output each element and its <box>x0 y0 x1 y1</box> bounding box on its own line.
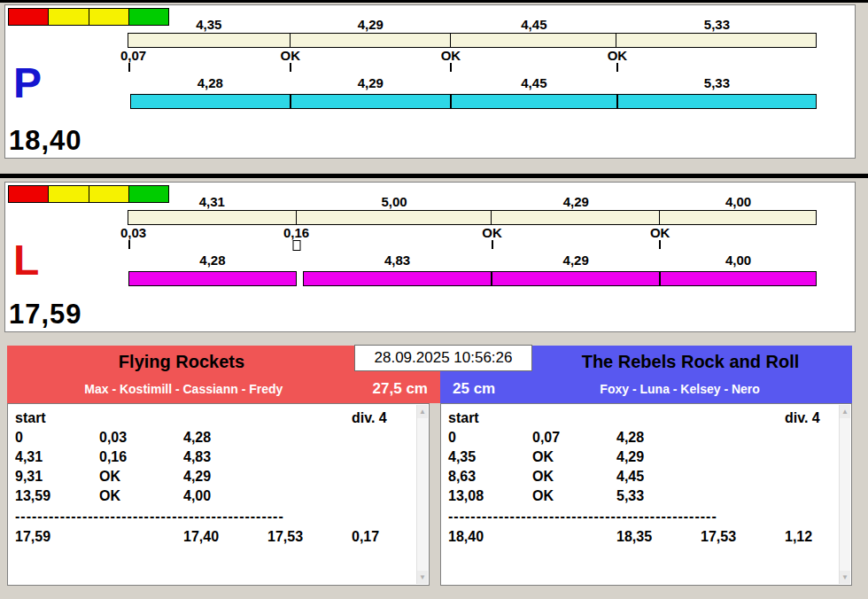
net-bar-segment <box>128 271 296 286</box>
crossing-cell: OK <box>532 467 616 486</box>
empty-cell <box>701 428 785 447</box>
net-bar-segment <box>303 271 492 286</box>
net-time-bar <box>128 271 817 286</box>
scroll-down-icon[interactable]: ▼ <box>417 571 428 584</box>
start-light-cell <box>49 9 89 25</box>
net-total-cell: 17,40 <box>183 527 267 547</box>
empty-cell <box>785 447 835 467</box>
table-row: startdiv. 4 <box>15 408 413 428</box>
crossing-label: OK <box>608 48 628 63</box>
fault-marker <box>292 240 300 251</box>
tick-mark <box>616 63 618 72</box>
team-subheader-left: Max - Kostimill - Cassiann - Fredy 27,5 … <box>7 376 440 402</box>
tick-mark <box>450 63 452 72</box>
net-split-value: 4,29 <box>492 253 660 268</box>
table-row: startdiv. 4 <box>448 408 835 428</box>
results-panel-left: startdiv. 400,034,284,310,164,839,31OK4,… <box>7 403 430 586</box>
split-time-cell: 4,29 <box>616 447 701 467</box>
net-total-cell: 18,35 <box>616 527 701 547</box>
cumulative-time-cell: 0 <box>448 428 532 447</box>
table-row: 00,034,28 <box>15 428 413 447</box>
empty-cell <box>352 447 413 467</box>
crossing-label: OK <box>482 225 502 240</box>
empty-cell <box>267 486 352 506</box>
gross-split-value: 4,45 <box>451 17 617 33</box>
split-time-cell: 4,83 <box>183 447 267 467</box>
crossing-label: 0,03 <box>120 225 146 240</box>
table-row: 8,63OK4,45 <box>448 467 835 486</box>
empty-cell <box>785 467 835 486</box>
crossing-label: OK <box>441 48 461 63</box>
crossing-label: OK <box>280 48 300 63</box>
split-time-cell: 5,33 <box>616 486 701 506</box>
net-split-values-row: 4,284,294,455,33 <box>128 75 817 91</box>
gross-split-value: 4,31 <box>128 194 297 210</box>
empty-cell <box>99 408 183 428</box>
scroll-down-icon[interactable]: ▼ <box>840 571 850 584</box>
total-time-cell: 17,59 <box>15 527 99 547</box>
gross-time-bar <box>128 210 817 225</box>
empty-cell <box>532 527 616 547</box>
gross-split-value: 4,00 <box>660 194 817 210</box>
gross-bar-segment <box>616 34 816 47</box>
separator-line: ----------------------------------------… <box>15 506 413 527</box>
division-label: div. 4 <box>352 408 413 428</box>
vertical-scrollbar[interactable]: ▲ ▼ <box>416 405 428 584</box>
net-bar-segment <box>291 94 451 109</box>
scroll-up-icon[interactable]: ▲ <box>417 405 428 418</box>
net-split-value: 4,83 <box>303 253 492 268</box>
start-label: start <box>448 408 532 428</box>
gross-split-value: 5,00 <box>297 194 492 210</box>
empty-cell <box>267 408 352 428</box>
difference-cell: 1,12 <box>785 527 835 547</box>
vertical-scrollbar[interactable]: ▲ ▼ <box>839 405 850 584</box>
crossing-label: OK <box>650 225 670 240</box>
lane-divider <box>0 174 868 178</box>
lane-total-time: 17,59 <box>9 300 82 328</box>
reference-time-cell: 17,53 <box>267 527 352 547</box>
empty-cell <box>701 408 785 428</box>
empty-cell <box>532 408 616 428</box>
cumulative-time-cell: 4,35 <box>448 447 532 467</box>
net-bar-segment <box>451 94 617 109</box>
start-light-cell <box>9 186 49 202</box>
gross-bar-segment <box>291 34 451 47</box>
empty-cell <box>785 486 835 506</box>
gross-bar-segment <box>660 211 816 224</box>
jump-height-left: 27,5 cm <box>360 380 440 398</box>
table-row: 13,59OK4,00 <box>15 486 413 506</box>
tick-marks-row <box>128 63 817 75</box>
window-top-border <box>0 0 868 3</box>
empty-cell <box>267 447 352 467</box>
crossing-cell: OK <box>532 447 616 467</box>
empty-cell <box>267 428 352 447</box>
net-bar-segment <box>130 94 291 109</box>
table-row: 00,074,28 <box>448 428 835 447</box>
table-row: 4,310,164,83 <box>15 447 413 467</box>
results-table-right: startdiv. 400,074,284,35OK4,298,63OK4,45… <box>441 404 851 547</box>
scroll-up-icon[interactable]: ▲ <box>840 405 850 418</box>
gross-bar-segment <box>128 211 297 224</box>
crossing-label: 0,16 <box>283 225 309 240</box>
split-time-cell: 4,28 <box>183 428 267 447</box>
team-members-right: Foxy - Luna - Kelsey - Nero <box>508 382 852 396</box>
crossing-cell: OK <box>532 486 616 506</box>
gross-split-value: 5,33 <box>617 17 817 33</box>
net-split-value: 4,29 <box>291 75 451 91</box>
gross-split-value: 4,29 <box>492 194 661 210</box>
lane-panel-L: L 17,59 4,315,004,294,00 0,030,16OKOK 4,… <box>4 182 856 332</box>
net-split-value: 4,28 <box>130 75 291 91</box>
empty-cell <box>267 467 352 486</box>
start-light-cell <box>89 186 129 202</box>
lane-bars: 4,315,004,294,00 0,030,16OKOK 4,284,834,… <box>128 194 817 286</box>
timestamp: 28.09.2025 10:56:26 <box>354 345 532 371</box>
separator-line: ----------------------------------------… <box>448 506 835 527</box>
empty-cell <box>701 486 785 506</box>
team-subheader-right: 25 cm Foxy - Luna - Kelsey - Nero <box>440 376 852 402</box>
table-row: 17,5917,4017,530,17 <box>15 527 413 547</box>
net-split-value: 4,00 <box>660 253 817 268</box>
start-light-cell <box>49 186 89 202</box>
empty-cell <box>785 428 835 447</box>
tick-mark <box>128 63 130 72</box>
empty-cell <box>352 467 413 486</box>
